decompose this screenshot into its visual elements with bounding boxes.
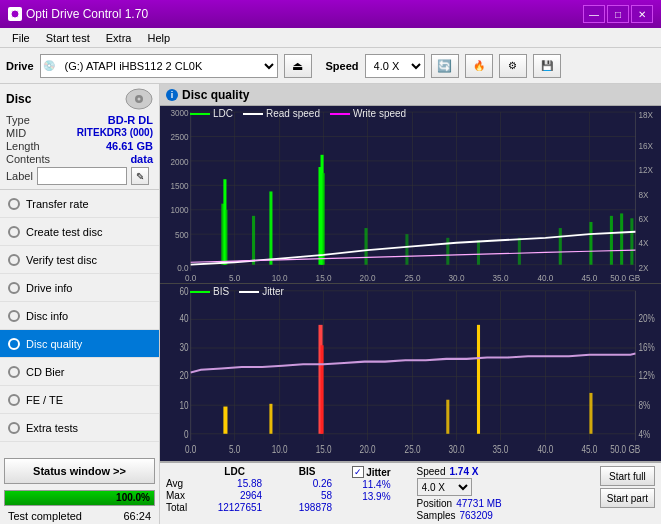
titlebar-title: Opti Drive Control 1.70 xyxy=(8,7,148,21)
jitter-checkbox[interactable]: ✓ xyxy=(352,466,364,478)
length-label: Length xyxy=(6,140,40,152)
svg-text:20.0: 20.0 xyxy=(360,443,376,455)
contents-value: data xyxy=(130,153,153,165)
chart-title: Disc quality xyxy=(182,88,249,102)
settings-button[interactable]: ⚙ xyxy=(499,54,527,78)
menu-start-test[interactable]: Start test xyxy=(38,30,98,46)
eject-button[interactable]: ⏏ xyxy=(284,54,312,78)
speed-label-stat: Speed xyxy=(417,466,446,477)
ldc-total: 12127651 xyxy=(207,502,262,513)
burn-button[interactable]: 🔥 xyxy=(465,54,493,78)
toolbar: Drive 💿 (G:) ATAPI iHBS112 2 CL0K ⏏ Spee… xyxy=(0,48,661,84)
sidebar-item-drive-info[interactable]: Drive info xyxy=(0,274,159,302)
maximize-button[interactable]: □ xyxy=(607,5,629,23)
top-chart-svg: 0.0 500 1000 1500 2000 2500 3000 2X 4X 6… xyxy=(160,106,661,283)
close-button[interactable]: ✕ xyxy=(631,5,653,23)
svg-text:30: 30 xyxy=(180,341,189,353)
svg-text:16%: 16% xyxy=(639,341,656,353)
svg-text:1000: 1000 xyxy=(170,205,188,216)
sidebar-item-transfer-rate[interactable]: Transfer rate xyxy=(0,190,159,218)
svg-rect-56 xyxy=(364,228,367,265)
type-value: BD-R DL xyxy=(108,114,153,126)
refresh-button[interactable]: 🔄 xyxy=(431,54,459,78)
nav-icon-disc-quality xyxy=(8,338,20,350)
chart-title-icon: i xyxy=(166,89,178,101)
svg-text:12X: 12X xyxy=(639,164,654,175)
svg-text:10: 10 xyxy=(180,399,189,411)
jitter-avg: 11.4% xyxy=(352,479,390,490)
svg-text:45.0: 45.0 xyxy=(581,443,597,455)
svg-text:10.0: 10.0 xyxy=(272,272,288,283)
speed-selector[interactable]: 4.0 X xyxy=(365,54,425,78)
progress-bar-container: 100.0% xyxy=(4,490,155,506)
svg-rect-62 xyxy=(589,222,592,265)
svg-text:6X: 6X xyxy=(639,213,649,224)
svg-text:5.0: 5.0 xyxy=(229,272,240,283)
svg-text:40: 40 xyxy=(180,312,189,324)
svg-text:50.0 GB: 50.0 GB xyxy=(610,272,640,283)
svg-text:15.0: 15.0 xyxy=(316,272,332,283)
svg-text:12%: 12% xyxy=(639,369,656,381)
svg-text:5.0: 5.0 xyxy=(229,443,240,455)
svg-rect-57 xyxy=(405,234,408,265)
bis-max: 58 xyxy=(282,490,332,501)
svg-text:30.0: 30.0 xyxy=(449,443,465,455)
type-label: Type xyxy=(6,114,30,126)
sidebar-item-disc-info[interactable]: Disc info xyxy=(0,302,159,330)
nav-icon-transfer-rate xyxy=(8,198,20,210)
sidebar-item-cd-bier[interactable]: CD Bier xyxy=(0,358,159,386)
speed-value-stat: 1.74 X xyxy=(450,466,479,477)
svg-rect-111 xyxy=(477,325,480,434)
sidebar-item-fe-te[interactable]: FE / TE xyxy=(0,386,159,414)
sidebar: Disc Type BD-R DL MID RITEKDR3 (000) Len… xyxy=(0,84,160,524)
svg-text:25.0: 25.0 xyxy=(405,272,421,283)
content-area: i Disc quality LDC Read speed xyxy=(160,84,661,524)
svg-text:25.0: 25.0 xyxy=(405,443,421,455)
titlebar: Opti Drive Control 1.70 — □ ✕ xyxy=(0,0,661,28)
minimize-button[interactable]: — xyxy=(583,5,605,23)
svg-point-3 xyxy=(138,98,141,101)
bis-total: 198878 xyxy=(282,502,332,513)
svg-rect-66 xyxy=(160,284,661,461)
label-edit-button[interactable]: ✎ xyxy=(131,167,149,185)
disc-label-input[interactable] xyxy=(37,167,127,185)
svg-text:18X: 18X xyxy=(639,110,654,121)
nav-icon-extra-tests xyxy=(8,422,20,434)
menu-file[interactable]: File xyxy=(4,30,38,46)
progress-text: 100.0% xyxy=(116,491,150,505)
svg-text:0: 0 xyxy=(184,428,189,440)
speed-label: Speed xyxy=(326,60,359,72)
disc-label-label: Label xyxy=(6,170,33,182)
svg-rect-60 xyxy=(518,238,521,265)
svg-rect-110 xyxy=(446,400,449,434)
legend-bis: BIS xyxy=(190,286,229,297)
speed-select-stat[interactable]: 4.0 X xyxy=(417,478,472,496)
save-button[interactable]: 💾 xyxy=(533,54,561,78)
jitter-label: Jitter xyxy=(366,467,390,478)
sidebar-item-disc-quality[interactable]: Disc quality xyxy=(0,330,159,358)
svg-text:4%: 4% xyxy=(639,428,651,440)
svg-text:0.0: 0.0 xyxy=(185,272,196,283)
sidebar-item-extra-tests[interactable]: Extra tests xyxy=(0,414,159,442)
menu-help[interactable]: Help xyxy=(139,30,178,46)
menu-extra[interactable]: Extra xyxy=(98,30,140,46)
jitter-header-row: ✓ Jitter xyxy=(352,466,390,478)
ldc-stats-header: LDC xyxy=(207,466,262,477)
bottom-chart-svg: 0 10 20 30 40 60 4% 8% 12% 16% 20% 0.0 5… xyxy=(160,284,661,461)
svg-text:3000: 3000 xyxy=(170,107,188,118)
svg-text:0.0: 0.0 xyxy=(185,443,196,455)
samples-value: 763209 xyxy=(459,510,492,521)
status-window-button[interactable]: Status window >> xyxy=(4,458,155,484)
sidebar-item-verify-test-disc[interactable]: Verify test disc xyxy=(0,246,159,274)
ldc-color xyxy=(190,113,210,115)
drive-selector[interactable]: (G:) ATAPI iHBS112 2 CL0K xyxy=(57,55,277,77)
svg-text:60: 60 xyxy=(180,285,189,297)
nav-icon-drive-info xyxy=(8,282,20,294)
sidebar-item-create-test-disc[interactable]: Create test disc xyxy=(0,218,159,246)
svg-text:10.0: 10.0 xyxy=(272,443,288,455)
samples-label: Samples xyxy=(417,510,456,521)
start-part-button[interactable]: Start part xyxy=(600,488,655,508)
start-full-button[interactable]: Start full xyxy=(600,466,655,486)
ldc-max: 2964 xyxy=(207,490,262,501)
bis-color xyxy=(190,291,210,293)
